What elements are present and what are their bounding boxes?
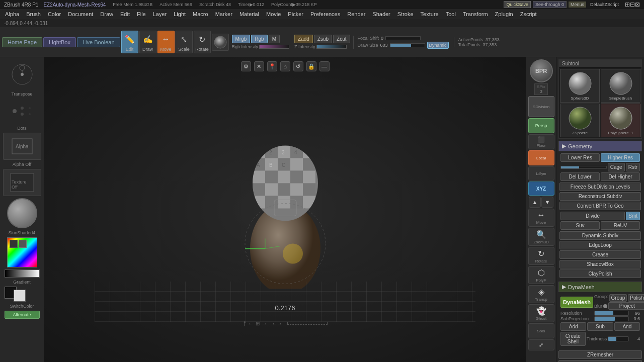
- dynamesh-header[interactable]: ▶ DynaMesh: [558, 282, 642, 292]
- color-picker[interactable]: [7, 237, 37, 267]
- menu-transform[interactable]: Transform: [460, 10, 491, 18]
- suv-button[interactable]: Suv: [560, 221, 600, 230]
- texture-swatch[interactable]: Texture Off: [3, 169, 41, 196]
- zremesher-button[interactable]: ZRemesher: [558, 350, 642, 359]
- menu-texture[interactable]: Texture: [418, 10, 442, 18]
- lightbox-button[interactable]: LightBox: [43, 37, 76, 47]
- add-button[interactable]: Add: [560, 322, 586, 331]
- higher-res-button[interactable]: Higher Res: [601, 153, 640, 162]
- zcut-button[interactable]: Zcut: [333, 35, 350, 43]
- default-zscript-btn[interactable]: DefaultZScript: [588, 2, 621, 7]
- menu-zscript[interactable]: Zscript: [517, 10, 540, 18]
- solo-button[interactable]: Solo: [528, 323, 554, 338]
- convert-bpr-button[interactable]: Convert BPR To Geo: [559, 202, 641, 210]
- undo-icon[interactable]: ↺: [293, 61, 303, 71]
- minus-icon[interactable]: —: [319, 61, 330, 71]
- mrgb-button[interactable]: Mrgb: [232, 35, 251, 43]
- menu-tool[interactable]: Tool: [443, 10, 459, 18]
- menu-draw[interactable]: Draw: [97, 10, 116, 18]
- transp-button[interactable]: ◈ Transp: [528, 285, 554, 303]
- draw-size-slider[interactable]: [390, 43, 425, 47]
- rgb-button[interactable]: Rgb: [251, 35, 267, 43]
- menu-color[interactable]: Color: [45, 10, 64, 18]
- menu-document[interactable]: Document: [65, 10, 96, 18]
- menu-light[interactable]: Light: [171, 10, 189, 18]
- resolution-slider[interactable]: [594, 311, 629, 316]
- local-button[interactable]: Local: [528, 150, 554, 165]
- viewport-canvas[interactable]: ⚙ ✕ 📍 ⌂ ↺ 🔒 —: [44, 57, 526, 362]
- viewport[interactable]: ⚙ ✕ 📍 ⌂ ↺ 🔒 —: [44, 57, 526, 362]
- sphere-display[interactable]: [212, 34, 229, 51]
- m-button[interactable]: M: [269, 35, 280, 43]
- freeze-subdiv-button[interactable]: Freeze SubDivision Levels: [559, 183, 641, 191]
- menu-stroke[interactable]: Stroke: [394, 10, 417, 18]
- lock-icon[interactable]: 🔒: [306, 61, 316, 71]
- gradient-bar[interactable]: [5, 269, 40, 278]
- menu-render[interactable]: Render: [344, 10, 368, 18]
- and-button[interactable]: And: [614, 322, 640, 331]
- crease-button[interactable]: Crease: [559, 250, 641, 259]
- reuv-button[interactable]: ReUV: [601, 221, 640, 230]
- alternate-button[interactable]: Alternate: [5, 311, 40, 319]
- dynamic-subdiv-button[interactable]: Dynamic Subdiv: [559, 231, 641, 240]
- menu-brush[interactable]: Brush: [23, 10, 44, 18]
- menu-layer[interactable]: Layer: [150, 10, 170, 18]
- live-boolean-button[interactable]: Live Boolean: [77, 37, 120, 47]
- menu-marker[interactable]: Marker: [212, 10, 235, 18]
- create-shell-button[interactable]: Create Shell: [560, 332, 586, 346]
- shadowbox-button[interactable]: ShadowBox: [559, 260, 641, 268]
- menu-picker[interactable]: Picker: [285, 10, 306, 18]
- menu-material[interactable]: Material: [236, 10, 262, 18]
- modify-topology-button[interactable]: Modify Topology: [558, 360, 642, 362]
- dynamesh-button[interactable]: DynaMesh: [560, 297, 593, 308]
- pin-icon[interactable]: 📍: [267, 61, 277, 71]
- polysphere-thumb[interactable]: PolySphere_1: [601, 104, 640, 137]
- zadd-button[interactable]: Zadd: [294, 35, 313, 43]
- down-arrow-button[interactable]: ▼: [541, 197, 553, 208]
- divide-button[interactable]: Divide: [560, 212, 625, 220]
- spix-button[interactable]: SPix 3: [534, 83, 547, 95]
- move-tool[interactable]: ↔ Move: [157, 31, 175, 53]
- subprojection-slider[interactable]: [594, 316, 629, 321]
- quicksave-btn[interactable]: QuickSave: [504, 1, 531, 8]
- expand-button[interactable]: ⤢: [528, 339, 554, 350]
- move-rt-button[interactable]: ↔ Move: [528, 209, 554, 227]
- up-arrow-button[interactable]: ▲: [529, 197, 541, 208]
- edgeloop-button[interactable]: EdgeLoop: [559, 241, 641, 249]
- alpha-swatch[interactable]: Alpha: [3, 133, 41, 160]
- sdivision-button[interactable]: SDivision: [528, 96, 554, 117]
- dynamesh-group-button[interactable]: Group: [609, 294, 627, 302]
- home-icon[interactable]: ⌂: [280, 61, 290, 71]
- zsub-button[interactable]: Zsub: [314, 35, 332, 43]
- close-icon[interactable]: ✕: [254, 61, 264, 71]
- menu-zplugin[interactable]: Zplugin: [492, 10, 516, 18]
- edit-tool[interactable]: ✏️ Edit: [121, 31, 138, 53]
- switch-color-widget[interactable]: [5, 287, 40, 302]
- menu-file[interactable]: File: [134, 10, 149, 18]
- menu-macro[interactable]: Macro: [190, 10, 211, 18]
- lsym-button[interactable]: L:Sym: [528, 166, 554, 180]
- floor-button[interactable]: ⬛ Floor: [528, 134, 554, 149]
- settings-icon[interactable]: ⚙: [241, 61, 251, 71]
- menu-alpha[interactable]: Alpha: [2, 10, 22, 18]
- draw-tool[interactable]: ✍ Draw: [139, 31, 156, 53]
- material-sphere[interactable]: [7, 198, 37, 228]
- home-page-button[interactable]: Home Page: [2, 37, 42, 47]
- menus-btn[interactable]: Menus: [569, 2, 586, 8]
- rstr-button[interactable]: Rstr: [626, 163, 640, 171]
- menu-movie[interactable]: Movie: [263, 10, 284, 18]
- persp-button[interactable]: Persp: [528, 118, 554, 133]
- scale-tool[interactable]: ⤡ Scale: [176, 31, 193, 53]
- project-button[interactable]: Project: [608, 302, 644, 310]
- menu-shader[interactable]: Shader: [369, 10, 393, 18]
- reconstruct-subdiv-button[interactable]: Reconstruct Subdiv: [559, 192, 641, 201]
- claypolish-button[interactable]: ClayPolish: [559, 269, 641, 278]
- z-intensity-slider[interactable]: [316, 45, 347, 49]
- geometry-header[interactable]: ▶ Geometry: [558, 141, 642, 151]
- del-lower-button[interactable]: Del Lower: [560, 172, 600, 181]
- background-color[interactable]: [14, 290, 26, 302]
- polyf-button[interactable]: ⬡ PolyF: [528, 266, 554, 284]
- ghost-button[interactable]: 👻 Ghost: [528, 304, 554, 322]
- sphere3d-thumb[interactable]: Sphere3D: [560, 69, 600, 103]
- simplebrush-thumb[interactable]: SimpleBrush: [601, 69, 640, 103]
